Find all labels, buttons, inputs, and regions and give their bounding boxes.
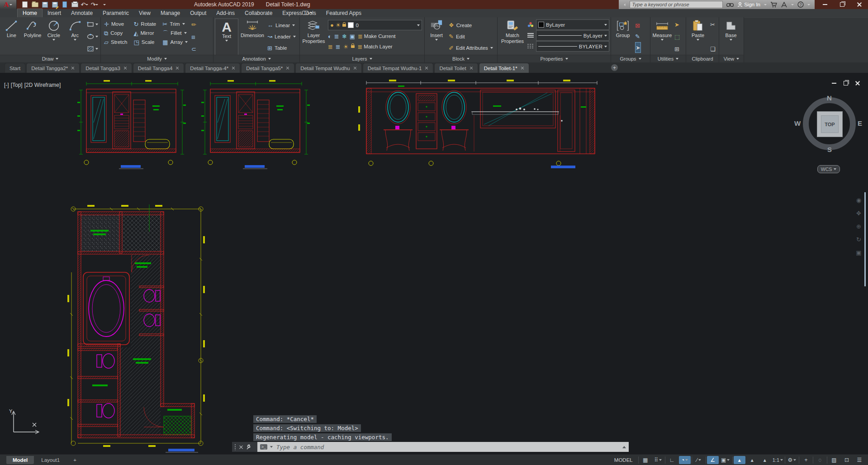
help-menu-caret[interactable] — [807, 4, 810, 5]
ribbon-display-toggle[interactable] — [299, 10, 315, 16]
cut-button[interactable]: ✂ — [710, 20, 716, 28]
layer-thaw-all-icon[interactable]: ☀ — [343, 44, 349, 50]
showmotion-icon[interactable]: ▣ — [856, 249, 861, 256]
annotation-autoscale-toggle[interactable]: ▴ — [746, 456, 758, 464]
panel-footer-groups[interactable]: Groups — [611, 55, 650, 62]
manage[interactable]: Manage — [156, 9, 185, 17]
viewport-view-control[interactable]: [Top] — [10, 82, 23, 88]
statusbar-divider[interactable] — [665, 456, 665, 464]
detail-toilet-1[interactable]: Detail Toilet-1* — [479, 63, 529, 73]
detail-tangga-4[interactable]: Detail Tangga-4* — [185, 63, 240, 73]
start[interactable]: Start — [5, 63, 25, 73]
explode-button[interactable]: ⧈ — [191, 33, 196, 41]
leader[interactable]: ↝ Leader — [267, 32, 296, 41]
hardware-acceleration-button[interactable]: ▨ — [828, 456, 840, 464]
viewcube-south[interactable]: S — [827, 146, 832, 153]
isometric-drafting-toggle[interactable]: ∕ — [693, 456, 705, 464]
panel-footer-view[interactable]: View — [719, 55, 744, 62]
close-tab-icon[interactable] — [175, 66, 179, 70]
layer-unisolate-icon[interactable]: ≣ — [336, 44, 341, 50]
close-tab-icon[interactable] — [470, 66, 473, 70]
model-tab[interactable]: Model — [6, 456, 34, 464]
dimension-button[interactable]: Dimension — [239, 19, 266, 55]
layer-freeze-icon[interactable]: ❄ — [342, 33, 347, 39]
new-file-button[interactable] — [21, 1, 28, 8]
insert-block-button[interactable]: Insert — [426, 19, 447, 55]
polar-tracking-toggle[interactable]: ◔ — [679, 456, 691, 464]
view[interactable]: View — [134, 9, 156, 17]
table[interactable]: ⊞ Table — [267, 43, 296, 52]
output[interactable]: Output — [185, 9, 211, 17]
new-drawing-tab-button[interactable]: + — [611, 64, 618, 71]
autodesk-menu-caret[interactable] — [791, 4, 794, 5]
close-command-icon[interactable] — [239, 445, 243, 449]
detail-tangga5[interactable]: Detail Tangga5* — [241, 63, 294, 73]
close-tab-icon[interactable] — [123, 66, 127, 70]
search-binoculars-icon[interactable] — [726, 2, 734, 7]
edit-attributes[interactable]: ✐ Edit Attributes — [449, 43, 493, 52]
erase-button[interactable]: ✏ — [191, 20, 196, 28]
orbit-icon[interactable]: ↻ — [856, 236, 861, 243]
panel-footer-clipboard[interactable]: Clipboard — [686, 55, 719, 62]
group-button[interactable]: Group — [612, 19, 633, 55]
customize-quick-access-button[interactable] — [101, 1, 108, 8]
lineweight-dropdown[interactable]: BYLAYER — [536, 41, 609, 52]
lineweight-icon[interactable] — [527, 33, 534, 39]
close-tab-icon[interactable] — [71, 66, 75, 70]
panel-footer-layers[interactable]: Layers — [300, 55, 424, 62]
detail-tangga4[interactable]: Detail Tangga4 — [133, 63, 185, 73]
group-selection-toggle[interactable]: ➤ — [635, 42, 641, 53]
base-button[interactable]: Base — [721, 19, 741, 55]
workspace-switching-button[interactable]: ⚙ — [786, 456, 798, 464]
layer-off-icon[interactable]: ◐ — [328, 33, 332, 39]
detail-tempat-wudhu[interactable]: Detail Tempat Wudhu — [295, 63, 362, 73]
restore-button[interactable] — [834, 0, 851, 9]
drawing-floor-plan[interactable] — [67, 204, 207, 453]
detail-toilet[interactable]: Detail Toilet — [434, 63, 478, 73]
statusbar-divider[interactable] — [827, 456, 827, 464]
panel-footer-block[interactable]: Block — [425, 55, 497, 62]
statusbar-divider[interactable] — [785, 456, 785, 464]
drawing-canvas[interactable]: [-] [Top] [2D Wireframe] — [0, 73, 868, 454]
array[interactable]: ▦ Array — [162, 39, 188, 45]
viewport-close-icon[interactable] — [855, 81, 860, 85]
collapse-search-icon[interactable] — [624, 3, 626, 6]
viewport-visual-style-control[interactable]: [2D Wireframe] — [24, 82, 62, 88]
detail-tempat-wudhu-1[interactable]: Detail Tempat Wudhu-1 — [363, 63, 434, 73]
measure-button[interactable]: Measure — [652, 19, 673, 55]
layer-on-icon[interactable]: ≣ — [328, 44, 333, 50]
statusbar-divider[interactable] — [706, 456, 706, 464]
search-input[interactable] — [630, 1, 723, 8]
ungroup-button[interactable]: ⊠ — [635, 20, 641, 30]
ellipse-tool-button[interactable] — [87, 33, 98, 41]
insert[interactable]: Insert — [43, 9, 66, 17]
layer-lock-icon[interactable]: ▣ — [350, 33, 355, 39]
web-mobile-save-button[interactable] — [61, 1, 68, 8]
sign-in-button[interactable]: Sign In — [737, 2, 760, 7]
layer-select-dropdown[interactable]: ● ☀ 0 — [328, 20, 422, 30]
close-tab-icon[interactable] — [286, 66, 289, 70]
match-layer-button[interactable]: ≣ Match Layer — [357, 43, 392, 51]
viewport-minimize-control[interactable]: [-] — [4, 82, 9, 88]
paste-button[interactable]: Paste — [688, 19, 708, 55]
panel-footer-utilities[interactable]: Utilities — [650, 55, 686, 62]
panel-footer-properties[interactable]: Properties — [498, 55, 611, 62]
close-tab-icon[interactable] — [521, 66, 524, 70]
layer-isolate-icon[interactable]: ≣ — [334, 33, 339, 39]
object-snap-toggle[interactable]: ▣ — [720, 456, 731, 464]
ortho-toggle[interactable]: ∟ — [666, 456, 678, 464]
minimize-button[interactable] — [816, 0, 834, 9]
undo-button[interactable]: ↶ — [81, 1, 88, 8]
save-button[interactable] — [41, 1, 48, 8]
collaborate[interactable]: Collaborate — [240, 9, 277, 17]
add-status-tool-button[interactable]: + — [800, 456, 812, 464]
command-bar-grip[interactable] — [232, 442, 257, 452]
text-button[interactable]: A Text — [215, 19, 238, 55]
close-tab-icon[interactable] — [232, 66, 235, 70]
rotate[interactable]: ↻ Rotate — [133, 21, 156, 27]
linetype-dashed-icon[interactable] — [527, 43, 534, 50]
panel-footer-modify[interactable]: Modify — [101, 55, 213, 62]
polyline-button[interactable]: Polyline — [23, 19, 43, 55]
line-button[interactable]: Line — [1, 19, 22, 55]
hatch-tool-button[interactable] — [87, 45, 98, 53]
